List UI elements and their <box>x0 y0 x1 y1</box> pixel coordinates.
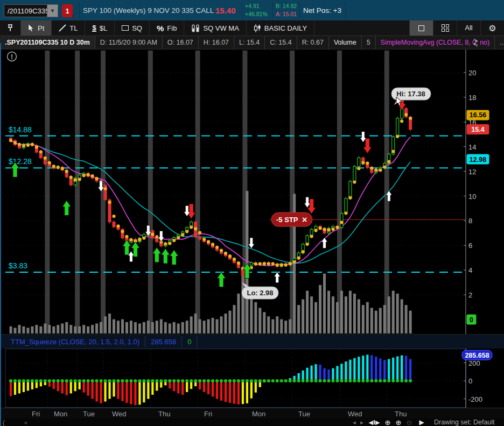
instrument-description: SPY 100 (Weeklys) 9 NOV 20 335 CALL <box>83 0 214 20</box>
bid-value: B: 14.92 <box>276 3 297 9</box>
symbol-bar: /201109C335 ▼ 1 SPY 100 (Weeklys) 9 NOV … <box>0 0 504 20</box>
dollar-icon: $ <box>92 25 96 32</box>
svg-text:16.56: 16.56 <box>470 111 486 119</box>
divider <box>242 2 242 18</box>
time-axis-label: Wed <box>112 410 127 418</box>
svg-text:0: 0 <box>470 316 473 324</box>
chevron-down-icon[interactable]: ▼ <box>47 5 58 17</box>
gear-icon: ⚙ <box>488 23 496 33</box>
stop-order-line[interactable]: -5 STP× <box>269 212 465 226</box>
symbol-input-value[interactable]: /201109C335 <box>4 7 47 15</box>
symbol-input[interactable]: /201109C335 ▼ <box>4 4 58 17</box>
drawing-toolbar: Pt TL $ $L SQ % Fib SQ VW MA BASIC DAILY <box>0 20 504 36</box>
svg-text:2: 2 <box>468 291 472 299</box>
bar-high: H: 16.07 <box>199 36 234 49</box>
squeeze-dots <box>9 379 412 382</box>
candlestick-icon <box>254 24 261 32</box>
rectangle-icon <box>122 25 129 31</box>
alert-badge[interactable]: 1 <box>62 4 73 17</box>
pointer-tool-button[interactable]: Pt <box>21 20 52 36</box>
step-back-icon[interactable]: ◂ <box>351 418 358 426</box>
bar-close: C: 15.4 <box>265 36 297 49</box>
pan-icon[interactable]: ◀▶ <box>367 418 381 426</box>
divider <box>272 2 273 18</box>
svg-text:-200: -200 <box>468 395 482 403</box>
pointer-icon <box>28 24 34 32</box>
tool-label: SQ <box>132 24 142 32</box>
volume-bars <box>10 191 412 333</box>
all-button[interactable]: All <box>457 20 480 36</box>
zoom-out-icon[interactable]: ⊖ <box>405 418 414 426</box>
collapse-panel-button[interactable]: ↘ ↖ <box>470 38 481 48</box>
pin-icon <box>7 24 13 32</box>
time-axis-label: Fri <box>32 410 40 418</box>
net-position: Net Pos: +3 <box>303 0 341 20</box>
more-studies-button[interactable]: ... <box>495 36 504 49</box>
sq-vw-ma-study-button[interactable]: SQ VW MA <box>184 20 246 36</box>
trendline-icon <box>59 24 66 32</box>
step-forward-icon[interactable]: ▸ <box>359 418 365 426</box>
left-paren-glyph: ( <box>1 418 6 426</box>
settings-button[interactable]: ⚙ <box>480 20 504 36</box>
bar-date: D: 11/5/20 9:00 AM <box>95 36 163 49</box>
alert-info-icon[interactable]: ! <box>8 52 17 61</box>
change-percent: +46.81% <box>245 11 268 17</box>
ttm-value: 285.658 <box>145 336 182 347</box>
time-axis-label: Mon <box>252 410 265 418</box>
price-levels[interactable]: $14.88$12.28$3.83 <box>5 125 465 273</box>
ttm-squeeze-pane[interactable]: 2000-200285.658 <box>0 349 504 408</box>
ttm-study-label[interactable]: TTM_Squeeze (CLOSE, 20, 1.5, 2.0, 1.0) <box>5 336 145 347</box>
time-axis-label: Fri <box>204 410 212 418</box>
time-axis-label: Thu <box>395 410 407 418</box>
dollar-level-tool-button[interactable]: $ $L <box>85 20 115 36</box>
play-icon[interactable]: ▶ <box>418 418 425 426</box>
pin-button[interactable] <box>0 20 21 36</box>
drawing-set-label[interactable]: Drawing set: Default <box>434 418 495 426</box>
price-change: +4.91 +46.81% <box>245 3 268 17</box>
ask-value: A: 15.01 <box>276 11 297 17</box>
tool-label: TL <box>69 24 78 32</box>
chart-style-button[interactable]: BASIC DAILY <box>247 20 314 36</box>
price-chart-pane[interactable]: $14.88$12.28$3.83-5 STP×Hi: 17.38Lo: 2.9… <box>0 49 504 334</box>
trading-platform-window: /201109C335 ▼ 1 SPY 100 (Weeklys) 9 NOV … <box>0 0 504 426</box>
square-tool-button[interactable]: SQ <box>115 20 150 36</box>
svg-text:200: 200 <box>468 359 480 367</box>
volume-param: 5 <box>362 36 376 49</box>
svg-text:12: 12 <box>468 168 476 176</box>
fib-tool-button[interactable]: % Fib <box>150 20 184 36</box>
squeeze-axis[interactable]: 2000-200285.658 <box>462 349 492 408</box>
svg-text:0: 0 <box>468 377 472 385</box>
maximize-button[interactable] <box>409 20 433 36</box>
zoom-in-icon[interactable]: ⊕ <box>394 418 403 426</box>
pan-bar-glyph <box>374 420 375 424</box>
scroll-left-icon[interactable]: ◂ <box>23 418 28 426</box>
bar-open: O: 16.07 <box>163 36 199 49</box>
divider <box>345 2 346 18</box>
svg-text:Hi: 17.38: Hi: 17.38 <box>396 90 425 98</box>
svg-text:$12.28: $12.28 <box>9 157 32 166</box>
price-axis[interactable]: 201816141210864216.5615.412.980 <box>464 49 489 334</box>
time-axis-label: Tue <box>298 410 310 418</box>
svg-text:285.658: 285.658 <box>465 352 489 359</box>
pan-left-glyph: ◀ <box>369 419 373 426</box>
svg-text:10: 10 <box>468 193 476 201</box>
percent-icon: % <box>157 24 164 33</box>
test-tube-icon <box>191 24 200 32</box>
svg-text:-5 STP: -5 STP <box>276 216 298 224</box>
volume-study-label[interactable]: Volume <box>329 36 362 49</box>
time-axis-label: Mon <box>54 410 67 418</box>
tool-label: SQ VW MA <box>203 24 239 32</box>
svg-text:$3.83: $3.83 <box>9 261 27 270</box>
fast-ma-line <box>11 137 410 266</box>
time-axis-label: Thu <box>158 410 170 418</box>
day-separators <box>45 51 389 333</box>
crosshair-globe-icon[interactable]: ⊕ <box>383 418 392 426</box>
svg-text:4: 4 <box>468 266 472 274</box>
divider <box>299 2 300 18</box>
trendline-tool-button[interactable]: TL <box>52 20 85 36</box>
svg-text:20: 20 <box>468 69 476 77</box>
svg-text:$14.88: $14.88 <box>9 125 32 134</box>
svg-text:!: ! <box>11 53 13 61</box>
grid-layout-button[interactable] <box>433 20 457 36</box>
arrow-nw-icon: ↖ <box>470 42 481 47</box>
